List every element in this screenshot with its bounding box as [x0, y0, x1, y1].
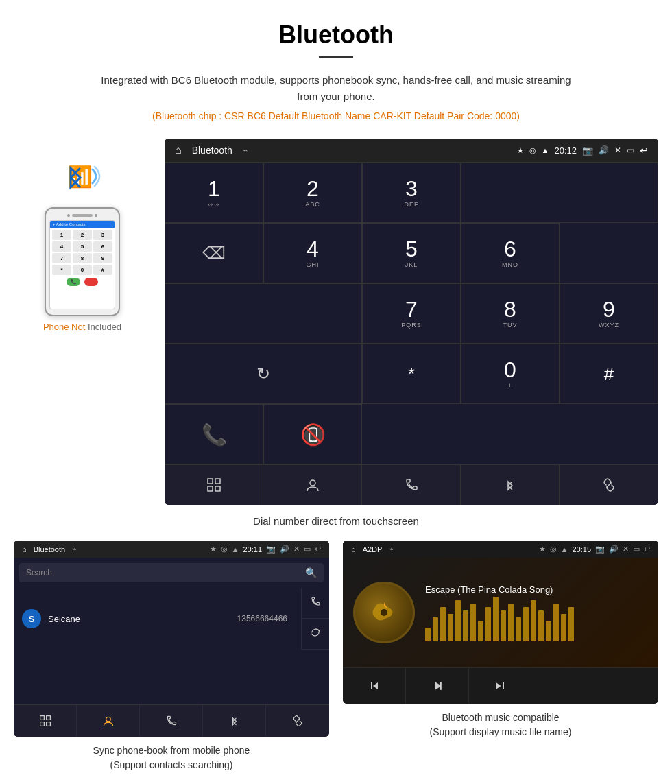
pb-nav-grid[interactable] — [14, 705, 77, 737]
phone-screen: + Add to Contacts 1 2 3 4 5 6 7 8 9 * 0 … — [49, 220, 115, 309]
pb-vol-icon[interactable]: 🔊 — [280, 545, 289, 554]
pb-nav-contacts[interactable] — [77, 705, 140, 737]
music-wifi-icon: ▲ — [561, 545, 568, 554]
close-icon[interactable]: ✕ — [614, 145, 621, 155]
bottom-screenshots: ⌂ Bluetooth ⌁ ★ ◎ ▲ 20:11 📷 🔊 ✕ ▭ ↩ — [0, 541, 672, 772]
pb-home-icon[interactable]: ⌂ — [22, 545, 27, 554]
music-header: ⌂ A2DP ⌁ ★ ◎ ▲ 20:15 📷 🔊 ✕ ▭ ↩ — [343, 541, 658, 558]
phone-keypad: 1 2 3 4 5 6 7 8 9 * 0 # — [52, 230, 112, 275]
dial-end-button[interactable]: 📵 — [263, 404, 362, 464]
pb-min-icon[interactable]: ▭ — [304, 545, 311, 554]
pb-cam-icon[interactable]: 📷 — [266, 545, 276, 554]
time-display: 20:12 — [554, 145, 577, 156]
music-prev-button[interactable] — [343, 668, 406, 704]
music-play-pause-button[interactable] — [406, 668, 469, 704]
dial-call-button[interactable]: 📞 — [165, 404, 263, 464]
pb-usb-icon: ⌁ — [72, 545, 77, 554]
svg-rect-6 — [46, 716, 50, 720]
pb-side-icons — [301, 588, 329, 650]
svg-point-9 — [106, 717, 110, 722]
dial-key-7[interactable]: 7 PQRS — [362, 283, 461, 344]
pb-close-icon[interactable]: ✕ — [293, 545, 300, 554]
page-title: Bluetooth — [0, 0, 672, 56]
pb-contact-name: Seicane — [48, 614, 80, 624]
pb-search-icon[interactable]: 🔍 — [305, 567, 317, 578]
bluetooth-signal-icon: 📶 — [62, 159, 103, 200]
minimize-icon[interactable]: ▭ — [627, 145, 634, 155]
pb-nav-bluetooth[interactable] — [203, 705, 266, 737]
music-close-icon[interactable]: ✕ — [623, 545, 629, 554]
music-time: 20:15 — [572, 545, 591, 554]
dial-key-0[interactable]: 0 + — [461, 344, 560, 404]
dial-key-empty-1 — [461, 163, 658, 223]
music-content: Escape (The Pina Colada Song) — [343, 558, 658, 667]
music-back-icon[interactable]: ↩ — [644, 545, 650, 554]
pb-back-icon[interactable]: ↩ — [315, 545, 321, 554]
svg-rect-1 — [215, 479, 220, 484]
pb-refresh-icon[interactable] — [302, 619, 329, 650]
phone-not-included-label: Phone Not Included — [43, 322, 121, 332]
music-info: Escape (The Pina Colada Song) — [425, 584, 648, 641]
camera-icon[interactable]: 📷 — [582, 145, 593, 156]
music-loc-icon: ◎ — [550, 545, 557, 554]
dial-header: ⌂ Bluetooth ⌁ ★ ◎ ▲ 20:12 📷 🔊 ✕ ▭ ↩ — [165, 139, 658, 162]
phone-call-button[interactable]: 📞 — [67, 278, 80, 286]
music-home-icon[interactable]: ⌂ — [351, 545, 356, 554]
dial-key-9[interactable]: 9 WXYZ — [560, 283, 658, 344]
dial-key-6[interactable]: 6 MNO — [461, 223, 560, 283]
music-min-icon[interactable]: ▭ — [633, 545, 640, 554]
pb-nav-link[interactable] — [266, 705, 329, 737]
dial-key-hash[interactable]: # — [560, 344, 658, 404]
dial-key-4[interactable]: 4 GHI — [263, 223, 362, 283]
dial-key-2[interactable]: 2 ABC — [263, 163, 362, 223]
pb-search-bar[interactable]: Search 🔍 — [19, 563, 324, 582]
pb-loc-icon: ◎ — [221, 545, 228, 554]
music-block: ⌂ A2DP ⌁ ★ ◎ ▲ 20:15 📷 🔊 ✕ ▭ ↩ — [343, 541, 658, 772]
main-section: 📶 + Add to Contacts 1 2 3 4 — [0, 139, 672, 505]
music-bt-icon: ★ — [539, 545, 546, 554]
dial-key-empty-3: ↻ — [165, 344, 362, 404]
pb-nav-phone[interactable] — [140, 705, 203, 737]
pb-contact-row: S Seicane 13566664466 — [14, 588, 329, 650]
pb-search-placeholder: Search — [26, 568, 52, 578]
dial-nav-phone[interactable] — [362, 465, 461, 505]
equalizer — [425, 600, 648, 641]
phonebook-block: ⌂ Bluetooth ⌁ ★ ◎ ▲ 20:11 📷 🔊 ✕ ▭ ↩ — [14, 541, 329, 772]
music-cam-icon[interactable]: 📷 — [595, 545, 605, 554]
pb-bottom-nav — [14, 704, 329, 737]
dial-key-1[interactable]: 1 ∾∾ — [165, 163, 263, 223]
dial-key-star[interactable]: * — [362, 344, 461, 404]
svg-point-10 — [381, 609, 387, 616]
phone-end-button[interactable] — [84, 278, 98, 286]
dial-screen: ⌂ Bluetooth ⌁ ★ ◎ ▲ 20:12 📷 🔊 ✕ ▭ ↩ 1 ∾∾ — [165, 139, 658, 505]
dial-bottom-nav — [165, 464, 658, 505]
dial-caption: Dial number direct from touchscreen — [0, 515, 672, 527]
dial-keypad-grid: 1 ∾∾ 2 ABC 3 DEF ⌫ 4 GHI 5 JKL — [165, 162, 658, 464]
music-caption: Bluetooth music compatible (Support disp… — [430, 711, 572, 739]
music-vol-icon[interactable]: 🔊 — [609, 545, 619, 554]
dial-nav-link[interactable] — [560, 465, 658, 505]
dial-nav-contacts[interactable] — [263, 465, 362, 505]
music-next-button[interactable] — [469, 668, 532, 704]
song-title: Escape (The Pina Colada Song) — [425, 584, 648, 595]
wifi-status-icon: ▲ — [542, 146, 549, 154]
album-art — [353, 582, 415, 643]
svg-rect-2 — [208, 486, 213, 491]
dial-nav-grid[interactable] — [165, 465, 263, 505]
dial-key-8[interactable]: 8 TUV — [461, 283, 560, 344]
pb-call-icon[interactable] — [302, 588, 329, 619]
back-icon[interactable]: ↩ — [640, 145, 648, 156]
phonebook-screen: ⌂ Bluetooth ⌁ ★ ◎ ▲ 20:11 📷 🔊 ✕ ▭ ↩ — [14, 541, 329, 737]
home-icon[interactable]: ⌂ — [175, 144, 182, 156]
dial-nav-bluetooth[interactable] — [461, 465, 560, 505]
pb-time: 20:11 — [243, 545, 262, 554]
music-controls — [343, 667, 658, 704]
volume-icon[interactable]: 🔊 — [599, 145, 609, 155]
dial-key-3[interactable]: 3 DEF — [362, 163, 461, 223]
phonebook-caption: Sync phone-book from mobile phone (Suppo… — [93, 744, 250, 772]
pb-wifi-icon: ▲ — [232, 545, 239, 554]
dial-backspace-button[interactable]: ⌫ — [165, 223, 263, 283]
phone-screen-header: + Add to Contacts — [50, 221, 115, 228]
dial-key-5[interactable]: 5 JKL — [362, 223, 461, 283]
svg-rect-8 — [46, 722, 50, 726]
